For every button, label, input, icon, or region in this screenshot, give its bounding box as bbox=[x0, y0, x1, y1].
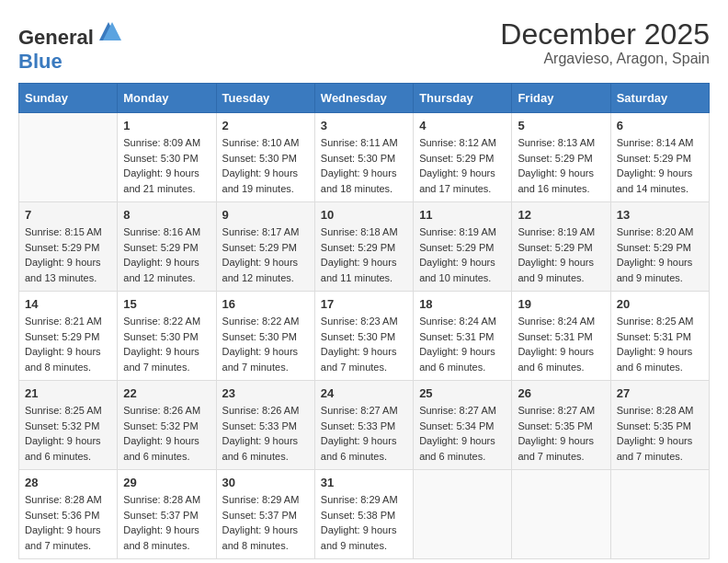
calendar-cell: 20Sunrise: 8:25 AMSunset: 5:31 PMDayligh… bbox=[610, 292, 709, 381]
day-header-thursday: Thursday bbox=[414, 84, 512, 113]
calendar-cell: 8Sunrise: 8:16 AMSunset: 5:29 PMDaylight… bbox=[118, 202, 216, 292]
day-number: 4 bbox=[419, 119, 506, 132]
cell-content: Sunrise: 8:25 AMSunset: 5:31 PMDaylight:… bbox=[617, 314, 703, 374]
calendar-cell: 5Sunrise: 8:13 AMSunset: 5:29 PMDaylight… bbox=[512, 113, 610, 202]
day-number: 8 bbox=[123, 208, 210, 222]
cell-content: Sunrise: 8:27 AMSunset: 5:34 PMDaylight:… bbox=[419, 403, 506, 464]
cell-content: Sunrise: 8:22 AMSunset: 5:30 PMDaylight:… bbox=[222, 314, 309, 374]
calendar-cell: 25Sunrise: 8:27 AMSunset: 5:34 PMDayligh… bbox=[414, 381, 512, 470]
page-subtitle: Argavieso, Aragon, Spain bbox=[500, 51, 710, 67]
day-number: 30 bbox=[222, 476, 309, 489]
calendar-cell: 29Sunrise: 8:28 AMSunset: 5:37 PMDayligh… bbox=[118, 470, 216, 559]
day-header-tuesday: Tuesday bbox=[216, 84, 314, 113]
cell-content: Sunrise: 8:14 AMSunset: 5:29 PMDaylight:… bbox=[617, 135, 703, 196]
day-number: 18 bbox=[419, 297, 506, 311]
logo: General Blue bbox=[18, 18, 121, 74]
cell-content: Sunrise: 8:23 AMSunset: 5:30 PMDaylight:… bbox=[321, 314, 407, 374]
calendar-cell bbox=[414, 470, 512, 559]
cell-content: Sunrise: 8:22 AMSunset: 5:30 PMDaylight:… bbox=[123, 314, 210, 374]
cell-content: Sunrise: 8:19 AMSunset: 5:29 PMDaylight:… bbox=[518, 224, 604, 285]
day-number: 13 bbox=[617, 208, 703, 222]
day-number: 1 bbox=[123, 119, 210, 132]
day-number: 22 bbox=[123, 386, 210, 400]
calendar-cell: 23Sunrise: 8:26 AMSunset: 5:33 PMDayligh… bbox=[216, 381, 314, 470]
calendar-week-row: 14Sunrise: 8:21 AMSunset: 5:29 PMDayligh… bbox=[19, 292, 710, 381]
day-number: 7 bbox=[25, 208, 111, 222]
calendar-cell: 18Sunrise: 8:24 AMSunset: 5:31 PMDayligh… bbox=[414, 292, 512, 381]
day-header-friday: Friday bbox=[512, 84, 610, 113]
cell-content: Sunrise: 8:28 AMSunset: 5:37 PMDaylight:… bbox=[123, 492, 210, 553]
cell-content: Sunrise: 8:28 AMSunset: 5:36 PMDaylight:… bbox=[25, 492, 111, 553]
day-header-monday: Monday bbox=[118, 84, 216, 113]
cell-content: Sunrise: 8:10 AMSunset: 5:30 PMDaylight:… bbox=[222, 135, 309, 196]
calendar-cell: 2Sunrise: 8:10 AMSunset: 5:30 PMDaylight… bbox=[216, 113, 314, 202]
day-number: 21 bbox=[25, 386, 111, 400]
cell-content: Sunrise: 8:17 AMSunset: 5:29 PMDaylight:… bbox=[222, 224, 309, 285]
calendar-cell bbox=[610, 470, 709, 559]
day-number: 3 bbox=[321, 119, 407, 132]
cell-content: Sunrise: 8:21 AMSunset: 5:29 PMDaylight:… bbox=[25, 314, 111, 374]
page-title: December 2025 bbox=[500, 18, 710, 51]
day-number: 11 bbox=[419, 208, 506, 222]
day-number: 27 bbox=[617, 386, 703, 400]
calendar-cell: 11Sunrise: 8:19 AMSunset: 5:29 PMDayligh… bbox=[414, 202, 512, 292]
day-number: 23 bbox=[222, 386, 309, 400]
day-number: 20 bbox=[617, 297, 703, 311]
calendar-cell: 27Sunrise: 8:28 AMSunset: 5:35 PMDayligh… bbox=[610, 381, 709, 470]
calendar-cell: 10Sunrise: 8:18 AMSunset: 5:29 PMDayligh… bbox=[314, 202, 413, 292]
day-number: 31 bbox=[321, 476, 407, 489]
day-number: 12 bbox=[518, 208, 604, 222]
calendar-cell: 26Sunrise: 8:27 AMSunset: 5:35 PMDayligh… bbox=[512, 381, 610, 470]
cell-content: Sunrise: 8:13 AMSunset: 5:29 PMDaylight:… bbox=[518, 135, 604, 196]
cell-content: Sunrise: 8:26 AMSunset: 5:32 PMDaylight:… bbox=[123, 403, 210, 464]
calendar-week-row: 7Sunrise: 8:15 AMSunset: 5:29 PMDaylight… bbox=[19, 202, 710, 292]
day-header-wednesday: Wednesday bbox=[314, 84, 413, 113]
cell-content: Sunrise: 8:24 AMSunset: 5:31 PMDaylight:… bbox=[518, 314, 604, 374]
cell-content: Sunrise: 8:29 AMSunset: 5:38 PMDaylight:… bbox=[321, 492, 407, 553]
cell-content: Sunrise: 8:28 AMSunset: 5:35 PMDaylight:… bbox=[617, 403, 703, 464]
calendar-week-row: 1Sunrise: 8:09 AMSunset: 5:30 PMDaylight… bbox=[19, 113, 710, 202]
calendar-cell: 30Sunrise: 8:29 AMSunset: 5:37 PMDayligh… bbox=[216, 470, 314, 559]
cell-content: Sunrise: 8:19 AMSunset: 5:29 PMDaylight:… bbox=[419, 224, 506, 285]
cell-content: Sunrise: 8:12 AMSunset: 5:29 PMDaylight:… bbox=[419, 135, 506, 196]
day-header-saturday: Saturday bbox=[610, 84, 709, 113]
day-number: 14 bbox=[25, 297, 111, 311]
calendar-cell: 28Sunrise: 8:28 AMSunset: 5:36 PMDayligh… bbox=[19, 470, 118, 559]
cell-content: Sunrise: 8:24 AMSunset: 5:31 PMDaylight:… bbox=[419, 314, 506, 374]
day-number: 16 bbox=[222, 297, 309, 311]
logo-icon bbox=[96, 18, 121, 44]
calendar-cell: 3Sunrise: 8:11 AMSunset: 5:30 PMDaylight… bbox=[314, 113, 413, 202]
calendar-cell: 22Sunrise: 8:26 AMSunset: 5:32 PMDayligh… bbox=[118, 381, 216, 470]
cell-content: Sunrise: 8:26 AMSunset: 5:33 PMDaylight:… bbox=[222, 403, 309, 464]
cell-content: Sunrise: 8:15 AMSunset: 5:29 PMDaylight:… bbox=[25, 224, 111, 285]
calendar-cell: 16Sunrise: 8:22 AMSunset: 5:30 PMDayligh… bbox=[216, 292, 314, 381]
calendar-header-row: SundayMondayTuesdayWednesdayThursdayFrid… bbox=[19, 84, 710, 113]
calendar-cell: 6Sunrise: 8:14 AMSunset: 5:29 PMDaylight… bbox=[610, 113, 709, 202]
day-number: 5 bbox=[518, 119, 604, 132]
calendar-cell bbox=[19, 113, 118, 202]
calendar-cell: 24Sunrise: 8:27 AMSunset: 5:33 PMDayligh… bbox=[314, 381, 413, 470]
calendar-week-row: 28Sunrise: 8:28 AMSunset: 5:36 PMDayligh… bbox=[19, 470, 710, 559]
cell-content: Sunrise: 8:11 AMSunset: 5:30 PMDaylight:… bbox=[321, 135, 407, 196]
day-number: 6 bbox=[617, 119, 703, 132]
calendar-cell: 1Sunrise: 8:09 AMSunset: 5:30 PMDaylight… bbox=[118, 113, 216, 202]
cell-content: Sunrise: 8:18 AMSunset: 5:29 PMDaylight:… bbox=[321, 224, 407, 285]
calendar-cell: 14Sunrise: 8:21 AMSunset: 5:29 PMDayligh… bbox=[19, 292, 118, 381]
day-number: 9 bbox=[222, 208, 309, 222]
day-number: 15 bbox=[123, 297, 210, 311]
calendar-cell: 13Sunrise: 8:20 AMSunset: 5:29 PMDayligh… bbox=[610, 202, 709, 292]
day-number: 17 bbox=[321, 297, 407, 311]
day-number: 25 bbox=[419, 386, 506, 400]
cell-content: Sunrise: 8:20 AMSunset: 5:29 PMDaylight:… bbox=[617, 224, 703, 285]
calendar-cell: 21Sunrise: 8:25 AMSunset: 5:32 PMDayligh… bbox=[19, 381, 118, 470]
cell-content: Sunrise: 8:25 AMSunset: 5:32 PMDaylight:… bbox=[25, 403, 111, 464]
day-number: 28 bbox=[25, 476, 111, 489]
logo-general: General bbox=[18, 26, 94, 49]
cell-content: Sunrise: 8:27 AMSunset: 5:35 PMDaylight:… bbox=[518, 403, 604, 464]
page-header: General Blue December 2025 Argavieso, Ar… bbox=[18, 18, 710, 74]
day-header-sunday: Sunday bbox=[19, 84, 118, 113]
cell-content: Sunrise: 8:09 AMSunset: 5:30 PMDaylight:… bbox=[123, 135, 210, 196]
cell-content: Sunrise: 8:16 AMSunset: 5:29 PMDaylight:… bbox=[123, 224, 210, 285]
calendar-cell bbox=[512, 470, 610, 559]
calendar-cell: 31Sunrise: 8:29 AMSunset: 5:38 PMDayligh… bbox=[314, 470, 413, 559]
